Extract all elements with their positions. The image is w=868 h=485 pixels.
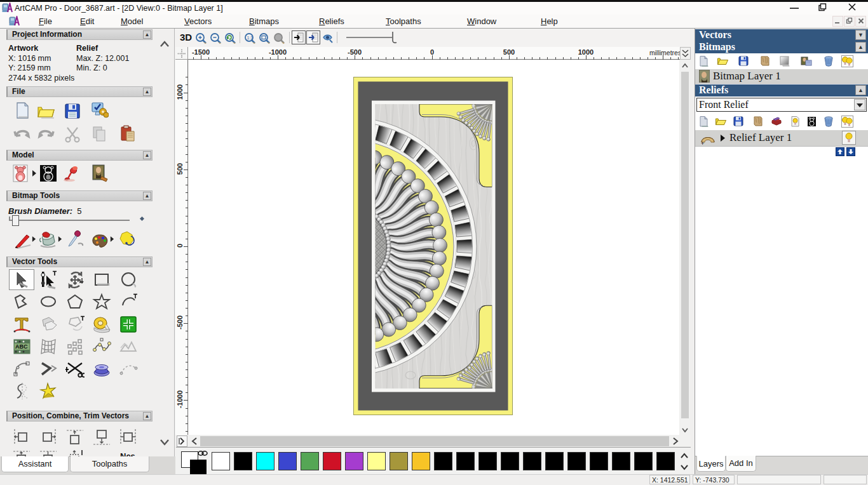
svg-text:1:1: 1:1 <box>247 36 254 40</box>
svg-text:+: + <box>701 140 704 146</box>
svg-text:ABC: ABC <box>15 343 28 350</box>
